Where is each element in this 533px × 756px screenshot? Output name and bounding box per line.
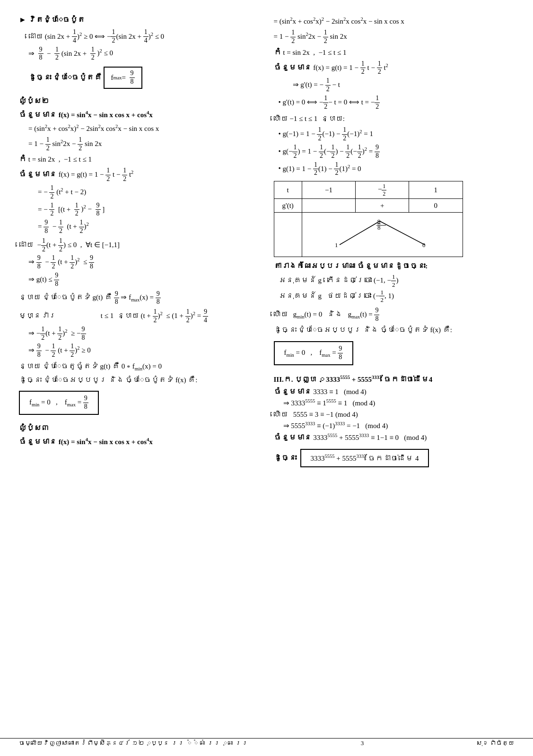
table-row-variation: 1 9 8 0 <box>274 213 463 257</box>
s3-step4: ចំនួមមាន 33335555 + 55553333 ≡ 1−1 ≡ 0 (… <box>274 432 515 443</box>
rf-1-2-11: 12 <box>319 144 324 160</box>
s2-min3: ⇒ 98 − 12 (t + 12)2 ≥ 0 <box>19 343 260 359</box>
r-let: កំំំ t = sin 2x , −1 ≤ t ≤ 1 <box>274 46 515 59</box>
s3-final-box: 33335555 + 55553333 ចែកដាច់ដើម 4 <box>300 449 429 468</box>
diagram-val-left: 1 <box>335 241 338 249</box>
s2-final-box: fmin = 0 , fmax = 98 <box>19 391 99 415</box>
diagram-val-right: 0 <box>422 241 426 249</box>
diagram-line-down <box>380 221 425 245</box>
s1-line1: ដោយ (sin 2x + 14 )2 ≥ 0 ⟺ − 12 (sin 2x +… <box>28 28 260 45</box>
s2-gt: ចំនួមមាន f(x) = g(t) = 1 − 12 t − 12 t2 <box>19 167 260 183</box>
s2-expand3: = 98 − 12 (t + 12)2 <box>38 219 260 235</box>
r-final-box-container: fmin = 0 , fmax = 98 <box>274 338 515 368</box>
table-cell-t-label: t <box>274 181 302 199</box>
r-final-label: ដូច្នេះ ជំ្ហែចអប្បបូរ និង ចំ្ហែចបំំូតទំ … <box>274 325 515 335</box>
rf-1-2-5: 12 <box>325 77 331 94</box>
f-1-2-18: 12 <box>51 343 56 359</box>
r-val3: g(1) = 1 − 12(1) − 12(1)2 = 0 <box>279 161 515 178</box>
f-9-8-10: 98 <box>89 254 94 271</box>
s2-expand1: = − 12 (t2 + t − 2) <box>38 184 260 201</box>
s2-min-concl: ន្ហយ ជំ្ហែចតូចំូតទំ g(t) គឺ 0 ⇒ fmin(x) … <box>19 361 260 373</box>
s1-result: ដូច្នេះ ជំ្ហែចបំំូតគឺ fmax = 98 <box>28 65 260 91</box>
f-9-8-final: 98 <box>83 395 88 411</box>
rf-1-2-13: 12 <box>345 144 350 160</box>
f-1-2-7: 12 <box>74 202 79 218</box>
frac-1-4: 14 <box>72 28 77 45</box>
f-1-2-9: 12 <box>79 219 84 235</box>
f-1-2-10: 12 <box>41 237 46 254</box>
s2-given: ចំនួមមាន f(x) = sin4x − sin x cos x + co… <box>19 109 260 121</box>
f-1-2-15: 12 <box>185 308 191 325</box>
f-9-8-12: 98 <box>114 290 119 307</box>
s3-given: ចំនួមមាន 3333 ≡ 1 (mod 4) <box>274 387 515 397</box>
f-1-2-8: 12 <box>58 219 63 235</box>
footer-left: ចម្លើយវិញ្ញាសាណាតរំំពឹម្ស៊ីភ្ន៤រ័ ១២ ្ប្… <box>19 739 248 748</box>
frac-1-2a: 12 <box>111 28 116 45</box>
variation-diagram: 1 9 8 0 <box>330 214 434 252</box>
s2-expand: = − 12 (t2 + t − 2) = − 12 [(t + 12 )2 −… <box>19 184 260 235</box>
f-9-8-13: 98 <box>156 290 161 307</box>
s2-final-label: ដូច្នេះ ជំ្ហែចអប្បបូរ និង ចំ្ហែចបំំូតទំ … <box>19 375 260 386</box>
section2-body: ចំនួមមាន f(x) = sin4x − sin x cos x + co… <box>19 109 260 418</box>
frac-1-2b: 12 <box>54 46 60 62</box>
s2-let: កំំំ t = sin 2x , −1 ≤ t ≤ 1 <box>19 153 260 166</box>
s2-final-box-container: fmin = 0 , fmax = 98 <box>19 388 260 418</box>
rf-1-2-6: 12 <box>323 94 328 111</box>
r-step2: = 1 − 12 sin22x − 12 sin 2x <box>274 29 515 45</box>
r-concl-2: អនុគមន៍ g ថយដល់ច្រោះ (−12, 1) <box>274 289 515 304</box>
section1-header: ► វិតជំ្ហែចបំំូត <box>19 14 260 26</box>
f-1-2-12: 12 <box>51 254 56 271</box>
section2-header: លំំូបំ្ស២ <box>19 95 260 107</box>
rf-1-2-concl2: 12 <box>379 289 384 304</box>
r-minmax: ហើយ gmin(t) = 0 និង gmax(t) = 98 <box>274 307 515 323</box>
section1-body: ដោយ (sin 2x + 14 )2 ≥ 0 ⟺ − 12 (sin 2x +… <box>19 28 260 91</box>
r-concl-lines: អនុគមន៍ g កើនដល់ច្រោះ (−1, −12) អនុគមន៍ … <box>274 273 515 303</box>
f-9-8-15: 98 <box>36 343 42 359</box>
footer-page: 3 <box>361 739 364 748</box>
footer-right: សុខ ពិចិត្យ <box>476 739 514 748</box>
f-1-2-13: 12 <box>70 254 75 271</box>
rf-1-2-2: 12 <box>323 29 328 45</box>
s2-ineq1: ដោយ −12(t + 12) ≤ 0 , ∀t ∈ [−1,1] <box>19 237 260 254</box>
s1-line2: ⇒ 98 − 12 (sin 2x + 12 )2 ≤ 0 <box>28 46 260 62</box>
f-1-2-17: 12 <box>57 326 62 342</box>
frac-9-8a: 98 <box>38 46 44 62</box>
s3-given: ចំនួមមាន f(x) = sin4x − sin x cos x + co… <box>19 436 260 448</box>
page: ► វិតជំ្ហែចបំំូត ដោយ (sin 2x + 14 )2 ≥ 0… <box>0 0 533 756</box>
r-step1: = (sin2x + cos2x)2 − 2sin2x cos2x − sin … <box>274 15 515 28</box>
f-1-2-16: 12 <box>40 326 45 342</box>
section3-header: លំំូបំ្ស៣ <box>19 422 260 434</box>
f-9-8-7: 98 <box>96 202 101 218</box>
left-column: ► វិតជំ្ហែចបំំូត ដោយ (sin 2x + 14 )2 ≥ 0… <box>19 14 260 470</box>
rf-1-2-14: 12 <box>357 144 362 160</box>
section3-body: ចំនួមមាន f(x) = sin4x − sin x cos x + co… <box>19 436 260 448</box>
variation-table: t −1 −12 1 g'(t) + 0 <box>274 181 463 257</box>
s2-min-analysis: ម្ហ្ន​វារ​ ​ ​ ​ ​ ​ ​ ​ ​ ​ ​ ​ ​ ​ ​ ​… <box>19 308 260 359</box>
rf-1-2-8: 12 <box>317 126 322 143</box>
s2-min2: ⇒ −12(t + 12)2 ≥ −98 <box>19 326 260 342</box>
r-deriv-zero: g'(t) = 0 ⟺ −12− t = 0 ⟺ t = −12 <box>279 94 515 111</box>
frac-1-2-table: 12 <box>382 183 386 197</box>
s2-max-text: ន្ហយ ជំ្ហែចបំំូតទំ g(t) គឺ 98 ⇒ fmax(x) … <box>19 293 161 301</box>
table-cell-gp-blank <box>302 198 355 213</box>
r-final-box: fmin = 0 , fmax = 98 <box>274 341 354 365</box>
r-val1: g(−1) = 1 − 12(−1) − 12(−1)2 = 1 <box>279 126 515 143</box>
f-9-8-14: 98 <box>81 326 86 342</box>
f-1-2-3: 12 <box>105 167 111 183</box>
table-cell-g-label <box>274 213 302 257</box>
s3-header: III.ក. ប្ញ្ហ​ ្ 33335555 + 55553333 ចែកដ… <box>274 374 515 385</box>
r-gt: ចំនួមមាន f(x) = g(t) = 1 − 12 t − 12 t2 <box>274 60 515 77</box>
frac-1-2c: 12 <box>90 46 96 62</box>
table-row-header: t −1 −12 1 <box>274 181 463 199</box>
right-column: = (sin2x + cos2x)2 − 2sin2x cos2x − sin … <box>274 14 515 470</box>
s1-result-box: fmax = 98 <box>104 67 142 89</box>
s2-step1: = (sin2x + cos2x)2 − 2sin2x cos2x − sin … <box>19 122 260 135</box>
r-concl-1: អនុគមន៍ g កើនដល់ច្រោះ (−1, −12) <box>274 273 515 288</box>
diagram-val-peak-den: 8 <box>377 224 381 231</box>
rf-1-2-9: 12 <box>342 126 347 143</box>
r-val2: g(−12) = 1 − 12(−12) − 12(−12)2 = 98 <box>279 144 515 160</box>
s3-step2: ហើយ 5555 ≡ 3 ≡ −1 (mod 4) <box>274 409 515 420</box>
table-cell-t-mhalf: −12 <box>356 181 409 199</box>
s3-conclusion: ដូច្នេះ 33335555 + 55553333 ចែកដាច់ដើម 4 <box>274 446 515 471</box>
r-conclusion-header: តារាងកំណែអប្បរមាណ ចំនួមមានដូចច្នេះ: <box>274 262 428 270</box>
